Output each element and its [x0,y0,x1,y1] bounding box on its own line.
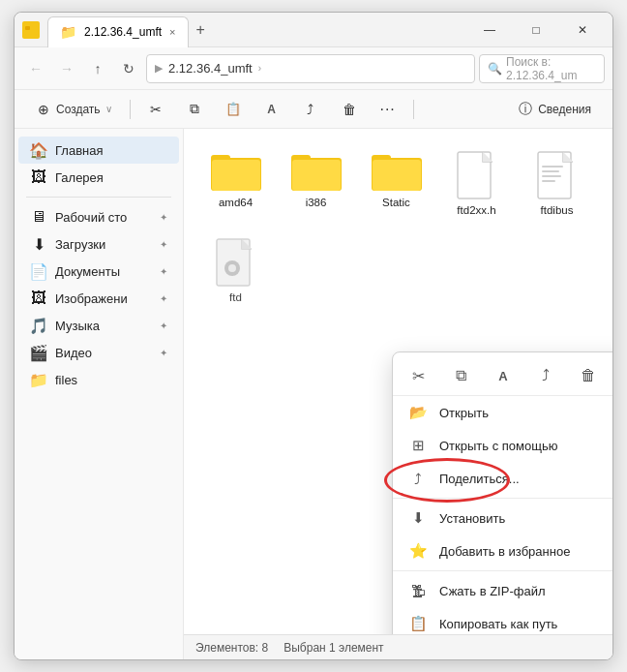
cm-favorite-icon: ⭐ [408,541,428,561]
sidebar-item-music[interactable]: 🎵 Музыка ✦ [18,312,179,339]
address-bar[interactable]: ▶ 2.12.36.4_umft › [146,54,475,83]
sidebar-item-gallery[interactable]: 🖼 Галерея [18,164,179,191]
file-item-ftd2xxh[interactable]: ftd2xx.h [440,144,513,224]
sidebar-item-downloads[interactable]: ⬇ Загрузки ✦ [18,230,179,258]
sidebar-item-files[interactable]: 📁 files [18,366,179,393]
cm-share-icon: ⤴ [408,469,428,488]
file-item-i386[interactable]: i386 [280,144,352,224]
rename-button[interactable]: A [254,95,289,124]
cm-cut-button[interactable]: ✂ [404,362,432,389]
svg-rect-5 [212,160,260,191]
cm-divider-2 [393,570,612,571]
cm-zip-icon: 🗜 [408,581,428,600]
create-button[interactable]: ⊕ Создать ∨ [26,95,122,124]
cm-install-icon: ⬇ [408,508,428,528]
cm-copypath[interactable]: 📋 Копировать как путь Ctrl+Shift+C [393,607,612,634]
info-label: Сведения [538,103,591,116]
main-area: 🏠 Главная 🖼 Галерея 🖥 Рабочий сто ✦ ⬇ За… [15,129,612,659]
sidebar-documents-label: Документы [55,264,152,279]
cm-copypath-icon: 📋 [408,614,428,633]
more-button[interactable]: ··· [371,95,405,124]
sidebar-item-images[interactable]: 🖼 Изображени ✦ [18,285,179,312]
sidebar-item-documents[interactable]: 📄 Документы ✦ [18,258,179,285]
back-button[interactable]: ← [22,55,49,82]
home-icon: 🏠 [30,141,47,159]
sidebar-home-label: Главная [55,143,167,158]
active-tab[interactable]: 📁 2.12.36.4_umft × [47,16,189,47]
svg-rect-17 [542,170,559,172]
status-selected: Выбран 1 элемент [284,641,383,655]
sidebar-item-desktop[interactable]: 🖥 Рабочий сто ✦ [18,203,179,230]
file-content-area: amd64 i386 [184,129,612,634]
file-label-amd64: amd64 [219,197,253,210]
search-box[interactable]: 🔍 Поиск в: 2.12.36.4_um [479,54,605,83]
cm-share[interactable]: ⤴ Поделиться... [393,462,612,495]
close-button[interactable]: ✕ [560,15,605,45]
copy-button[interactable]: ⧉ [177,95,212,124]
sidebar-music-label: Музыка [55,319,152,333]
cm-share-button[interactable]: ⤴ [532,362,559,389]
create-label: Создать [56,103,101,116]
tab-label: 2.12.36.4_umft [84,25,162,39]
file-icon-ftd2xxh [456,150,498,200]
documents-icon: 📄 [30,262,47,280]
cm-copy-button[interactable]: ⧉ [447,362,474,389]
cm-open-with[interactable]: ⊞ Открыть с помощью › [393,429,612,462]
share-button[interactable]: ⤴ [293,95,328,124]
maximize-button[interactable]: □ [514,15,558,45]
file-label-ftd2xxh: ftd2xx.h [457,204,495,218]
minimize-button[interactable]: — [467,15,512,45]
up-button[interactable]: ↑ [84,55,111,82]
sidebar-item-video[interactable]: 🎬 Видео ✦ [18,339,179,366]
sidebar-desktop-label: Рабочий сто [55,210,152,225]
context-menu: ✂ ⧉ A ⤴ 🗑 📂 Открыть Enter ⊞ [392,351,612,634]
sidebar: 🏠 Главная 🖼 Галерея 🖥 Рабочий сто ✦ ⬇ За… [15,129,184,659]
cm-favorite[interactable]: ⭐ Добавить в избранное [393,535,612,567]
file-item-ftd[interactable]: ftd [199,231,272,311]
svg-rect-18 [542,175,561,177]
delete-button[interactable]: 🗑 [332,95,367,124]
path-chevron: › [258,63,261,74]
tab-close-button[interactable]: × [169,26,175,38]
files-icon: 📁 [30,371,47,388]
file-item-ftdibus[interactable]: ftdibus [521,144,593,224]
context-menu-toolbar: ✂ ⧉ A ⤴ 🗑 [393,356,612,396]
explorer-window: 📁 2.12.36.4_umft × + — □ ✕ ← → ↑ ↻ ▶ 2.1… [14,12,613,660]
images-icon: 🖼 [30,290,47,307]
status-bar: Элементов: 8 Выбран 1 элемент [184,634,612,659]
file-label-ftdibus: ftdibus [541,204,574,218]
cm-install-label: Установить [439,511,612,526]
refresh-button[interactable]: ↻ [115,55,142,82]
sidebar-item-home[interactable]: 🏠 Главная [18,137,179,164]
downloads-pin: ✦ [160,239,167,250]
delete-icon: 🗑 [342,102,357,117]
svg-rect-8 [292,160,341,191]
folder-icon-static [372,150,422,193]
status-count: Элементов: 8 [195,641,268,655]
new-tab-button[interactable]: + [189,17,213,43]
cm-zip[interactable]: 🗜 Сжать в ZIP-файл [393,574,612,607]
cm-install[interactable]: ⬇ Установить [393,502,612,535]
forward-button[interactable]: → [53,55,80,82]
sidebar-divider [26,197,171,198]
cm-favorite-label: Добавить в избранное [439,544,612,559]
sidebar-downloads-label: Загрузки [55,237,152,252]
cm-divider-1 [393,498,612,499]
cm-delete-button[interactable]: 🗑 [575,362,602,389]
paste-button[interactable]: 📋 [216,95,251,124]
cm-open[interactable]: 📂 Открыть Enter [393,396,612,429]
addressbar: ← → ↑ ↻ ▶ 2.12.36.4_umft › 🔍 Поиск в: 2.… [15,47,612,90]
cut-button[interactable]: ✂ [138,95,173,124]
info-icon: ⓘ [518,102,533,117]
share-icon: ⤴ [303,102,318,117]
sidebar-gallery-label: Галерея [55,170,167,185]
window-controls: — □ ✕ [467,15,605,45]
cm-rename-button[interactable]: A [490,362,517,389]
video-icon: 🎬 [30,344,47,361]
info-button[interactable]: ⓘ Сведения [508,95,601,124]
folder-icon-i386 [291,150,342,193]
file-item-amd64[interactable]: amd64 [199,144,272,224]
desktop-icon: 🖥 [30,208,47,226]
svg-rect-11 [373,160,421,191]
file-item-static[interactable]: Static [360,144,433,224]
